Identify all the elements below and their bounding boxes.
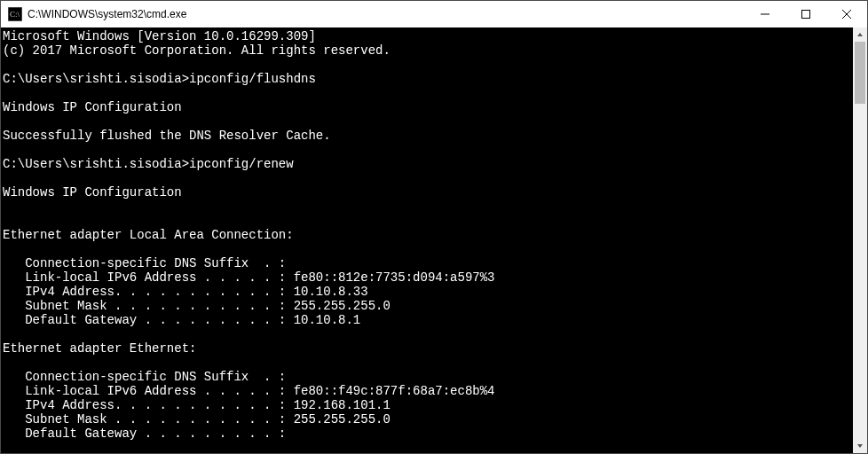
vertical-scrollbar[interactable]	[853, 27, 867, 453]
minimize-button[interactable]	[745, 1, 785, 27]
svg-rect-3	[802, 11, 810, 19]
cmd-window: C:\ C:\WINDOWS\system32\cmd.exe Microsof…	[0, 0, 868, 454]
scrollbar-track[interactable]	[853, 42, 867, 439]
scrollbar-thumb[interactable]	[855, 42, 865, 104]
scroll-up-button[interactable]	[853, 27, 867, 42]
titlebar[interactable]: C:\ C:\WINDOWS\system32\cmd.exe	[1, 1, 867, 27]
maximize-button[interactable]	[785, 1, 826, 27]
cmd-icon: C:\	[8, 7, 22, 21]
console-output[interactable]: Microsoft Windows [Version 10.0.16299.30…	[1, 27, 853, 453]
svg-marker-6	[857, 33, 863, 36]
svg-text:C:\: C:\	[10, 10, 20, 19]
window-title: C:\WINDOWS\system32\cmd.exe	[28, 8, 745, 20]
svg-marker-7	[857, 444, 863, 448]
console-area: Microsoft Windows [Version 10.0.16299.30…	[1, 27, 867, 453]
close-button[interactable]	[826, 1, 867, 27]
scroll-down-button[interactable]	[853, 439, 867, 453]
